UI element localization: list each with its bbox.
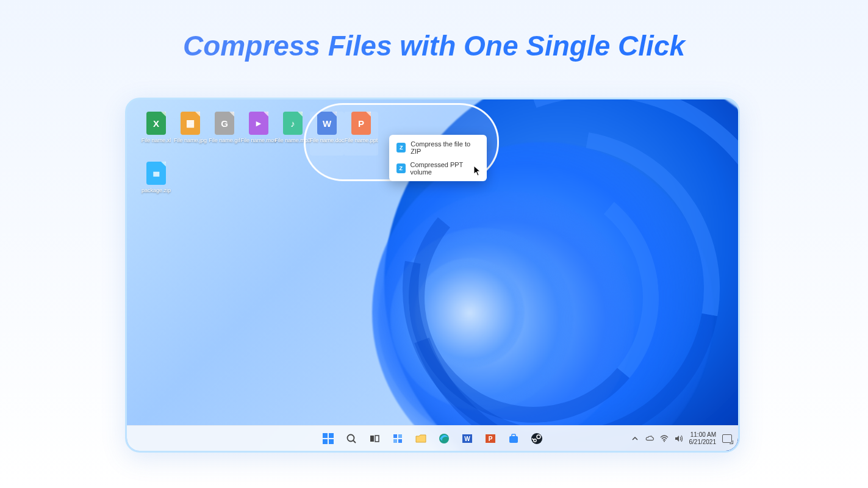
edge-button[interactable] [436,430,453,447]
svg-rect-2 [323,439,328,444]
svg-rect-11 [398,439,402,443]
desktop-icon-label: package.zip [142,187,171,193]
cursor-icon [473,165,482,176]
word-file-icon: W [317,112,337,135]
clock-time: 11:00 AM [689,431,717,439]
search-icon [346,433,357,444]
svg-rect-6 [370,436,374,442]
desktop-icon-label: File name.jpg [174,137,207,143]
steam-icon [531,432,543,445]
store-icon [508,432,520,445]
zip-file-icon: ≣ [146,162,166,185]
screenshot-frame: X File name.xl ▦ File name.jpg G File na… [125,98,740,453]
desktop-icon-label: File name.mov [240,137,276,143]
excel-file-icon: X [146,112,166,135]
taskbar-clock[interactable]: 11:00 AM 6/21/2021 [689,431,717,446]
context-menu-compress-ppt-volume[interactable]: Z Compressed PPT volume [389,158,487,179]
desktop-icon-jpg[interactable]: ▦ File name.jpg [173,112,207,156]
powerpoint-file-icon: P [351,112,371,135]
desktop-icon-doc[interactable]: W File name.doc [310,112,344,156]
taskview-icon [369,433,380,444]
notifications-button[interactable] [722,434,732,443]
gif-file-icon: G [215,112,234,135]
video-file-icon: ▸ [249,112,268,135]
taskbar-center: W P [320,430,545,447]
windows-icon [322,432,334,445]
context-menu-label: Compress the file to ZIP [411,140,479,155]
svg-point-4 [348,434,354,441]
clock-date: 6/21/2021 [689,439,717,446]
widgets-button[interactable] [389,430,406,447]
svg-rect-0 [323,433,328,438]
svg-rect-10 [393,439,397,443]
desktop-icons-row: X File name.xl ▦ File name.jpg G File na… [139,112,378,156]
wifi-icon[interactable] [660,434,669,443]
onedrive-icon[interactable] [645,434,654,443]
zip-action-icon: Z [396,143,406,152]
page-headline: Compress Files with One Single Click [0,0,868,62]
taskview-button[interactable] [366,430,383,447]
desktop-icon-label: File name.gif [209,137,240,143]
volume-icon[interactable] [675,434,683,443]
svg-line-5 [353,440,356,443]
desktop-icon-ppt[interactable]: P File name.ppt [344,112,378,156]
image-file-icon: ▦ [181,112,200,135]
svg-point-23 [664,440,665,442]
svg-text:W: W [464,436,470,442]
desktop-icon-label: File name.xl [142,137,171,143]
svg-rect-8 [393,434,397,438]
folder-icon [415,433,427,444]
widgets-icon [392,433,403,444]
store-button[interactable] [505,430,522,447]
word-button[interactable]: W [459,430,476,447]
svg-rect-1 [329,433,334,438]
start-button[interactable] [320,430,337,447]
svg-rect-7 [375,436,379,442]
search-button[interactable] [343,430,360,447]
desktop-icon-package-zip[interactable]: ≣ package.zip [139,162,173,193]
desktop-icon-label: File name.mp3 [274,137,311,143]
system-tray: 11:00 AM 6/21/2021 [631,426,733,451]
svg-rect-18 [512,434,515,437]
context-menu: Z Compress the file to ZIP Z Compressed … [389,135,487,181]
desktop-icon-mov[interactable]: ▸ File name.mov [242,112,276,156]
desktop-icon-xl[interactable]: X File name.xl [139,112,173,156]
steam-button[interactable] [528,430,545,447]
edge-icon [438,432,450,445]
word-icon: W [461,432,473,445]
svg-text:P: P [489,436,493,442]
desktop-icon-label: File name.ppt [345,137,378,143]
zip-action-icon: Z [396,163,406,173]
chevron-up-icon[interactable] [631,434,639,443]
context-menu-label: Compressed PPT volume [411,161,479,176]
svg-point-19 [531,433,542,444]
svg-rect-3 [329,439,334,444]
context-menu-compress-zip[interactable]: Z Compress the file to ZIP [389,137,487,158]
desktop-icon-gif[interactable]: G File name.gif [207,112,242,156]
svg-rect-9 [398,434,402,438]
file-explorer-button[interactable] [412,430,429,447]
audio-file-icon: ♪ [283,112,303,135]
powerpoint-icon: P [484,432,497,445]
desktop-icon-label: File name.doc [310,137,345,143]
taskbar: W P [127,425,738,451]
powerpoint-button[interactable]: P [482,430,499,447]
desktop-icon-mp3[interactable]: ♪ File name.mp3 [276,112,310,156]
